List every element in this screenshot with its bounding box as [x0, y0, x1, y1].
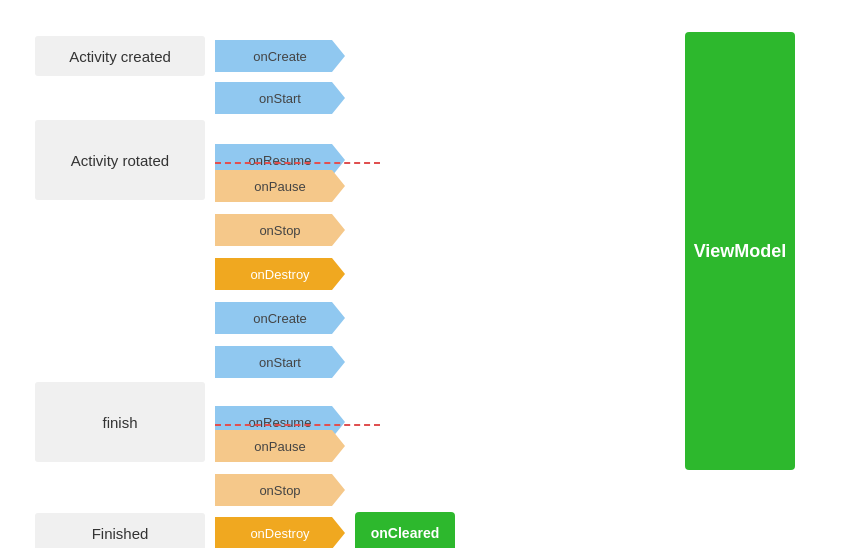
arrow-container-9: onPause [215, 430, 345, 462]
onstop-2-arrow: onStop [215, 474, 345, 506]
onstart-2-arrow: onStart [215, 346, 345, 378]
label-empty-7 [35, 342, 205, 382]
label-empty-3 [35, 166, 205, 206]
arrow-container-0: onCreate [215, 40, 345, 72]
arrow-container-11: onDestroy [215, 517, 345, 548]
label-finished: Finished [35, 513, 205, 548]
arrow-container-5: onDestroy [215, 258, 345, 290]
row-5: onDestroy [35, 254, 815, 294]
onstop-1-arrow: onStop [215, 214, 345, 246]
row-0: Activity created onCreate [35, 36, 815, 76]
row-4: onStop [35, 210, 815, 250]
ondestroy-2-arrow: onDestroy [215, 517, 345, 548]
row-6: onCreate [35, 298, 815, 338]
label-empty-10 [35, 470, 205, 510]
oncreate-2-arrow: onCreate [215, 302, 345, 334]
arrow-container-6: onCreate [215, 302, 345, 334]
label-empty-1 [35, 78, 205, 118]
row-7: onStart [35, 342, 815, 382]
label-empty-5 [35, 254, 205, 294]
onpause-1-arrow: onPause [215, 170, 345, 202]
onstart-1-arrow: onStart [215, 82, 345, 114]
row-3: onPause [35, 166, 815, 206]
ondestroy-1-arrow: onDestroy [215, 258, 345, 290]
arrow-container-10: onStop [215, 474, 345, 506]
oncreate-1-arrow: onCreate [215, 40, 345, 72]
oncleared-block: onCleared [355, 512, 455, 548]
row-9: onPause [35, 426, 815, 466]
arrow-container-3: onPause [215, 170, 345, 202]
label-activity-created: Activity created [35, 36, 205, 76]
arrow-container-1: onStart [215, 82, 345, 114]
onpause-2-arrow: onPause [215, 430, 345, 462]
arrow-container-7: onStart [215, 346, 345, 378]
lifecycle-diagram: ViewModel Activity created onCreate onSt… [35, 14, 815, 534]
row-1: onStart [35, 78, 815, 118]
arrow-container-4: onStop [215, 214, 345, 246]
label-empty-4 [35, 210, 205, 250]
row-11: Finished onDestroy onCleared [35, 512, 815, 548]
label-empty-9 [35, 426, 205, 466]
row-10: onStop [35, 470, 815, 510]
dashed-line-1 [215, 162, 380, 164]
label-empty-6 [35, 298, 205, 338]
